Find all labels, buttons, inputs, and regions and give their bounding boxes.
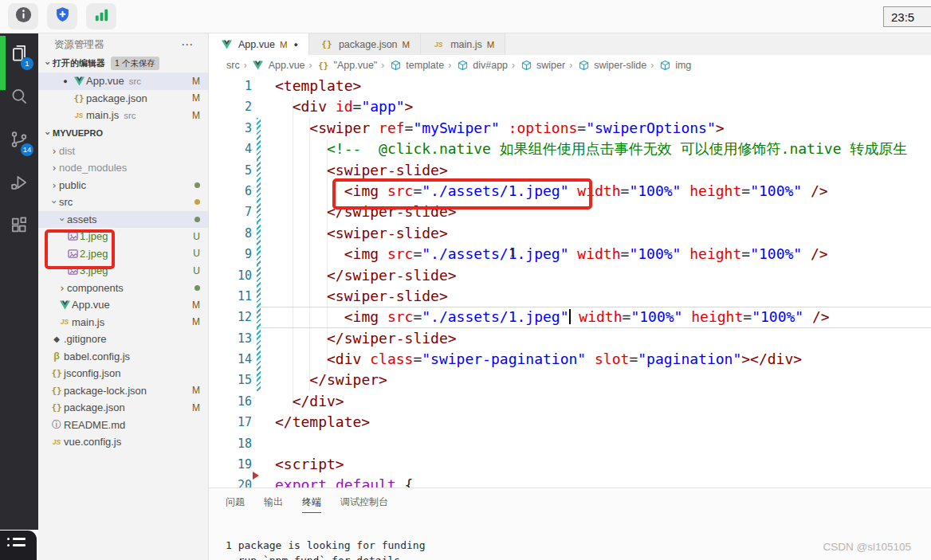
file-name: 1.jpeg — [80, 230, 108, 242]
code-line-2[interactable]: 2 <div id="app"> — [209, 96, 931, 117]
activity-search[interactable] — [0, 76, 38, 119]
tree-item-vue.config.js[interactable]: JSvue.config.js — [38, 433, 208, 451]
code-line-8[interactable]: 8 <swiper-slide> — [209, 223, 931, 244]
code-line-text: <!-- @click.native 如果组件使用点击事件无效 可以使用修饰符.… — [261, 139, 907, 159]
breadcrumb-Appvue[interactable]: {}"App.vue" — [316, 60, 378, 71]
code-line-5[interactable]: 5 <swiper-slide> — [209, 160, 931, 181]
code-editor[interactable]: 1<template>2 <div id="app">3 <swiper ref… — [209, 76, 931, 488]
breadcrumb-Appvue[interactable]: App.vue — [251, 60, 305, 71]
code-line-9[interactable]: 9 <img src="./assets/1.jpeg" width="100%… — [209, 244, 931, 264]
breadcrumb-template[interactable]: template — [388, 60, 444, 71]
editor-tab-bar: App.vueM●{}package.jsonMJSmain.jsM — [209, 33, 931, 55]
activity-extensions[interactable] — [0, 206, 38, 249]
tree-item-1.jpeg[interactable]: 1.jpegU — [38, 228, 208, 245]
code-line-1[interactable]: 1<template> — [209, 76, 931, 96]
open-editor-App.vue[interactable]: ●App.vuesrcM — [38, 72, 208, 90]
code-line-text: <swiper-slide> — [261, 286, 448, 307]
activity-run-debug[interactable] — [0, 163, 38, 206]
file-name: babel.config.js — [64, 350, 130, 362]
git-status: U — [193, 265, 200, 276]
tree-item-main.js[interactable]: JSmain.jsM — [38, 314, 208, 331]
project-section[interactable]: › MYVUEPRO — [38, 124, 208, 143]
code-line-6[interactable]: 6 <img src="./assets/1.jpeg" width="100%… — [209, 181, 931, 202]
braces-icon: {} — [72, 93, 86, 104]
tab-main.js[interactable]: JSmain.jsM — [421, 33, 505, 55]
code-line-15[interactable]: 15 </swiper> — [209, 370, 931, 390]
line-number: 1 — [209, 76, 257, 96]
activity-source-control[interactable]: 14 — [0, 119, 38, 163]
activity-files[interactable]: 1 — [0, 33, 38, 76]
tree-item-package.json[interactable]: {}package.jsonM — [38, 399, 208, 417]
tree-item-assets[interactable]: ›assets — [38, 211, 208, 229]
panel-tab-输出[interactable]: 输出 — [264, 495, 283, 513]
code-line-3[interactable]: 3 <swiper ref="mySwiper" :options="swipe… — [209, 118, 931, 139]
tree-item-package-lock.json[interactable]: {}package-lock.jsonM — [38, 382, 208, 400]
code-line-7[interactable]: 7 </swiper-slide> — [209, 202, 931, 222]
more-actions-icon[interactable]: ⋯ — [181, 33, 194, 56]
tree-item-node_modules[interactable]: ›node_modules — [38, 159, 208, 177]
code-line-14[interactable]: 14 <div class="swiper-pagination" slot="… — [209, 349, 931, 370]
tree-item-App.vue[interactable]: App.vueM — [38, 296, 208, 314]
line-number: 17 — [209, 412, 257, 433]
tree-item-babel.config.js[interactable]: βbabel.config.js — [38, 348, 208, 366]
tree-item-.gitignore[interactable]: ◆.gitignore — [38, 331, 208, 348]
breadcrumb-separator: › — [308, 60, 313, 71]
panel-tab-问题[interactable]: 问题 — [226, 495, 245, 513]
chevron-right-icon: › — [57, 282, 67, 294]
code-line-16[interactable]: 16 </div> — [209, 391, 931, 412]
diamond-icon: ◆ — [49, 335, 64, 343]
tree-item-3.jpeg[interactable]: 3.jpegU — [38, 262, 208, 280]
panel-tab-终端[interactable]: 终端 — [302, 495, 321, 513]
breadcrumb-swiper-slide[interactable]: swiper-slide — [576, 60, 646, 71]
tree-item-src[interactable]: ›src — [38, 194, 208, 211]
info-icon — [14, 6, 33, 27]
terminal-line: 1 package is looking for funding — [226, 538, 819, 553]
tree-item-README.md[interactable]: ⓘREADME.md — [38, 417, 208, 434]
code-line-4[interactable]: 4 <!-- @click.native 如果组件使用点击事件无效 可以使用修饰… — [209, 139, 931, 159]
breadcrumb-div#app[interactable]: div#app — [455, 60, 508, 71]
open-editors-section[interactable]: › 打开的编辑器 1 个未保存 — [38, 54, 208, 72]
shield-plus-icon — [54, 6, 71, 27]
line-number: 20 — [209, 475, 257, 488]
tree-item-2.jpeg[interactable]: 2.jpegU — [38, 245, 208, 263]
code-line-19[interactable]: 19<script> — [209, 454, 931, 475]
breadcrumb-img[interactable]: img — [658, 60, 691, 71]
file-name: App.vue — [86, 75, 124, 87]
code-line-18[interactable]: 18 — [209, 433, 931, 454]
chevron-down-icon: › — [49, 198, 61, 207]
code-line-17[interactable]: 17</template> — [209, 412, 931, 433]
breadcrumb-swiper[interactable]: swiper — [519, 60, 565, 71]
open-editors-list: ●App.vuesrcM{}package.jsonMJSmain.jssrcM — [38, 72, 208, 124]
code-line-text — [261, 433, 275, 454]
panel-tab-调试控制台[interactable]: 调试控制台 — [340, 495, 388, 513]
tree-item-components[interactable]: ›components — [38, 280, 208, 297]
tree-item-dist[interactable]: ›dist — [38, 143, 208, 160]
open-editor-main.js[interactable]: JSmain.jssrcM — [38, 107, 208, 124]
git-status: M — [487, 40, 495, 49]
info-icon-button[interactable] — [8, 3, 38, 29]
bar-chart-icon-button[interactable] — [86, 3, 116, 29]
breadcrumb-src[interactable]: src — [226, 60, 240, 71]
open-editor-package.json[interactable]: {}package.jsonM — [38, 90, 208, 108]
code-line-20[interactable]: 20export default { — [209, 475, 931, 488]
shield-plus-icon-button[interactable] — [47, 3, 77, 29]
tab-label: package.json — [339, 39, 398, 50]
code-line-12[interactable]: 12 <img src="./assets/1.jpeg" width="100… — [209, 307, 931, 327]
taskbar-list-icon[interactable] — [0, 531, 37, 560]
git-status: M — [403, 40, 411, 49]
code-line-text: <img src="./assets/1.jpeg" width="100%" … — [261, 181, 828, 202]
code-line-10[interactable]: 10 </swiper-slide> — [209, 265, 931, 286]
code-line-13[interactable]: 13 </swiper-slide> — [209, 328, 931, 349]
line-number: 5 — [209, 160, 257, 181]
terminal-output[interactable]: 1 package is looking for funding run `np… — [226, 538, 819, 560]
braces-icon: {} — [49, 368, 64, 378]
tree-item-jsconfig.json[interactable]: {}jsconfig.json — [38, 365, 208, 382]
tab-App.vue[interactable]: App.vueM● — [209, 33, 309, 55]
code-line-text: </template> — [261, 412, 370, 433]
vue-icon — [219, 40, 234, 49]
breadcrumb-label: swiper — [536, 60, 565, 71]
code-line-11[interactable]: 11 <swiper-slide> — [209, 286, 931, 307]
code-line-text: <swiper-slide> — [261, 160, 448, 181]
tab-package.json[interactable]: {}package.jsonM — [309, 33, 421, 55]
tree-item-public[interactable]: ›public — [38, 177, 208, 194]
